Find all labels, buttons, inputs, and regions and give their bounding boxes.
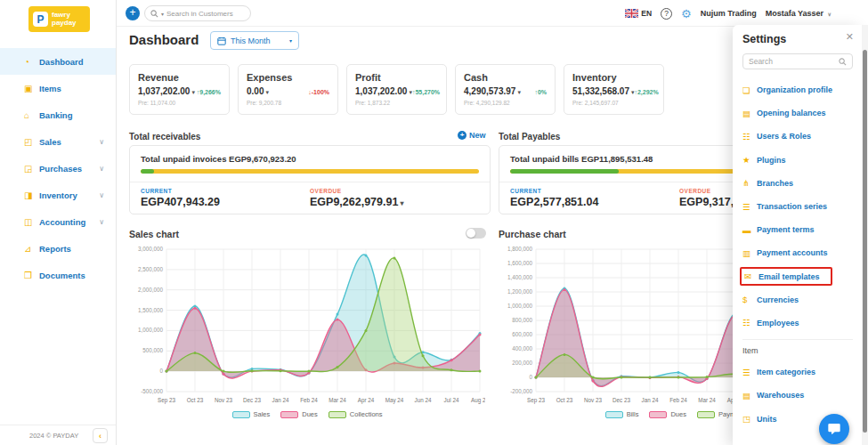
settings-item-branches[interactable]: ⋔ Branches [742, 172, 853, 195]
search-input[interactable] [166, 10, 242, 18]
quick-add-button[interactable]: + [126, 6, 140, 20]
sidebar-item-dashboard[interactable]: ◔ Dashboard [0, 48, 116, 75]
kpi-dropdown-caret-icon[interactable]: ▾ [265, 89, 269, 96]
help-icon[interactable]: ? [661, 8, 672, 20]
kpi-value: 1,037,202.00 [355, 86, 407, 96]
sidebar-item-label: Banking [39, 110, 72, 120]
payment-accounts-icon: ▥ [742, 248, 757, 258]
scrollbar-thumb[interactable] [863, 50, 867, 433]
legend-item-sales[interactable]: Sales [232, 410, 271, 418]
warehouses-icon: ▤ [742, 391, 757, 400]
sales-chart-toggle[interactable] [466, 228, 486, 239]
item-categories-icon: ☰ [742, 368, 757, 377]
chat-launcher-button[interactable] [819, 414, 849, 444]
sidebar-item-inventory[interactable]: ◨ Inventory ∨ [0, 182, 116, 208]
settings-item-opening-balances[interactable]: ▤ Opening balances [742, 101, 853, 125]
sidebar-item-label: Reports [39, 244, 71, 254]
user-menu[interactable]: Mostafa Yasser ∨ [766, 9, 831, 18]
settings-item-label: Payment accounts [757, 248, 828, 257]
settings-item-users-roles[interactable]: ☷ Users & Roles [742, 125, 853, 148]
sidebar-nav: ◔ Dashboard ▣ Items ⌂ Banking ◰ Sales ∨ … [0, 48, 116, 288]
chevron-down-icon: ▾ [289, 37, 292, 44]
new-badge[interactable]: + New [458, 131, 486, 140]
purchases-icon: ◲ [24, 164, 39, 174]
settings-panel: Settings ✕ ❏ Organization profile ▤ Open… [733, 25, 862, 445]
svg-text:3,000,000: 3,000,000 [138, 246, 164, 252]
kpi-card-cash: Cash 4,290,573.97 ▾ ↑0% Pre: 4,290,129.8… [455, 64, 556, 115]
legend-item-collections[interactable]: Collections [329, 410, 383, 418]
chat-icon [827, 422, 841, 436]
email-templates-highlight-box: ✉ Email templates [740, 267, 832, 286]
fawry-payday-logo[interactable]: P fawrypayday [28, 6, 90, 32]
svg-text:400,000: 400,000 [512, 345, 532, 352]
settings-item-warehouses[interactable]: ▤ Warehouses [742, 384, 853, 407]
settings-item-label: Email templates [758, 272, 820, 281]
svg-text:May 24: May 24 [385, 397, 404, 404]
receivables-progress-bar [141, 169, 479, 174]
legend-item-dues[interactable]: Dues [280, 410, 318, 418]
payables-title: Total Payables [499, 132, 560, 142]
svg-text:600,000: 600,000 [512, 331, 532, 337]
global-search[interactable]: ▾ [144, 5, 251, 21]
settings-item-email-templates[interactable]: ✉ Email templates [742, 265, 853, 288]
settings-item-label: Users & Roles [757, 132, 811, 141]
settings-item-plugins[interactable]: ★ Plugins [742, 149, 853, 172]
settings-search-input[interactable] [749, 57, 839, 66]
svg-text:Oct 23: Oct 23 [556, 397, 573, 403]
gear-icon[interactable]: ⚙ [681, 7, 692, 20]
settings-item-organization-profile[interactable]: ❏ Organization profile [742, 78, 853, 101]
legend-swatch-icon [280, 411, 298, 418]
settings-item-employees[interactable]: ☷ Employees [742, 312, 853, 335]
period-selector[interactable]: This Month ▾ [210, 31, 299, 50]
kpi-dropdown-caret-icon[interactable]: ▾ [517, 89, 521, 96]
svg-text:Sep 23: Sep 23 [527, 397, 545, 404]
users-roles-icon: ☷ [742, 132, 757, 142]
settings-item-item-categories[interactable]: ☰ Item categories [742, 360, 853, 384]
kpi-previous-value: Pre: 4,290,129.82 [464, 100, 547, 106]
svg-text:Mar 24: Mar 24 [698, 397, 716, 403]
svg-text:Jan 24: Jan 24 [642, 397, 659, 403]
legend-item-bills[interactable]: Bills [605, 410, 639, 418]
search-icon [839, 58, 847, 66]
svg-text:-500,000: -500,000 [141, 388, 163, 394]
sidebar-item-purchases[interactable]: ◲ Purchases ∨ [0, 155, 116, 182]
language-selector[interactable]: EN [625, 9, 652, 18]
settings-item-label: Opening balances [757, 109, 826, 117]
legend-swatch-icon [697, 411, 715, 418]
settings-item-currencies[interactable]: $ Currencies [742, 288, 853, 312]
svg-text:Dec 23: Dec 23 [612, 397, 630, 403]
settings-item-payment-terms[interactable]: ▬ Payment terms [742, 218, 853, 241]
topbar: + ▾ EN ? ⚙ Nujum Trading Mostafa Yasser … [117, 0, 868, 27]
kpi-dropdown-caret-icon[interactable]: ▾ [191, 89, 195, 96]
svg-text:Jan 24: Jan 24 [272, 397, 289, 403]
settings-search[interactable] [742, 53, 853, 69]
branches-icon: ⋔ [742, 178, 757, 188]
close-icon[interactable]: ✕ [846, 31, 854, 43]
sidebar-item-reports[interactable]: ⊿ Reports [0, 235, 116, 262]
copyright-text: 2024 © PAYDAY [29, 432, 78, 440]
sidebar-collapse-button[interactable]: ‹ [93, 428, 108, 443]
settings-item-payment-accounts[interactable]: ▥ Payment accounts [742, 241, 853, 264]
settings-item-transaction-series[interactable]: ☰ Transaction series [742, 195, 853, 218]
settings-scrollbar[interactable] [862, 25, 868, 445]
sidebar-item-accounting[interactable]: ◫ Accounting ∨ [0, 208, 116, 235]
plugins-icon: ★ [742, 155, 757, 165]
logo-text: fawrypayday [52, 12, 77, 27]
search-scope-caret-icon[interactable]: ▾ [161, 11, 164, 17]
sidebar-item-items[interactable]: ▣ Items [0, 75, 116, 101]
legend-label: Bills [627, 410, 639, 418]
settings-item-label: Item categories [757, 368, 815, 376]
topbar-right: EN ? ⚙ Nujum Trading Mostafa Yasser ∨ [625, 0, 831, 27]
kpi-previous-value: Pre: 2,145,697.07 [572, 100, 655, 106]
company-name[interactable]: Nujum Trading [701, 9, 757, 18]
sidebar-item-documents[interactable]: ❐ Documents [0, 262, 116, 288]
kpi-label: Revenue [138, 72, 221, 83]
sidebar-item-banking[interactable]: ⌂ Banking [0, 101, 116, 128]
legend-item-dues[interactable]: Dues [649, 410, 686, 418]
svg-text:200,000: 200,000 [512, 360, 532, 366]
bank-icon: ⌂ [24, 110, 39, 120]
overdue-dropdown-caret-icon[interactable]: ▾ [400, 199, 403, 207]
svg-text:Oct 23: Oct 23 [187, 397, 204, 403]
sidebar-item-sales[interactable]: ◰ Sales ∨ [0, 128, 116, 155]
svg-text:1,200,000: 1,200,000 [507, 288, 533, 295]
